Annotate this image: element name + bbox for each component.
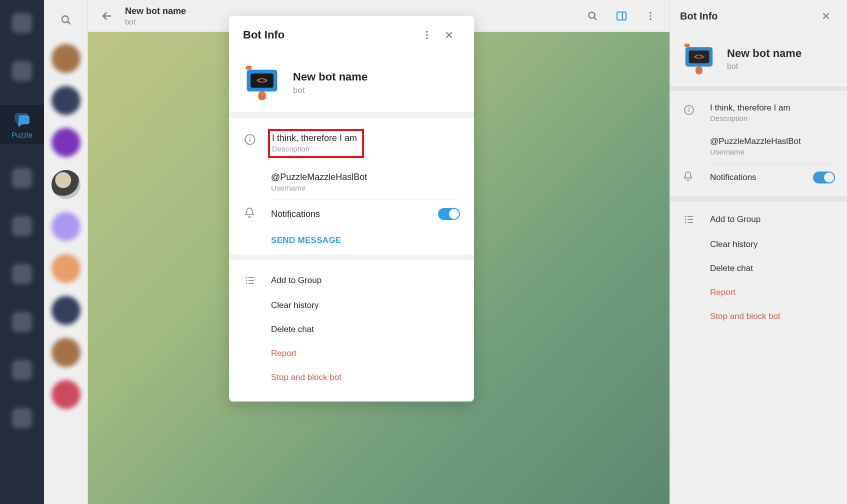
- clear-history-button[interactable]: Clear history: [682, 232, 835, 256]
- stop-block-button[interactable]: Stop and block bot: [682, 304, 835, 328]
- action-label: Stop and block bot: [271, 372, 342, 382]
- action-label: Delete chat: [271, 324, 314, 334]
- modal-notifications-row[interactable]: Notifications: [243, 200, 460, 228]
- bot-avatar: [682, 42, 716, 76]
- modal-delete-chat-button[interactable]: Delete chat: [243, 318, 460, 342]
- close-icon: [820, 10, 832, 22]
- modal-username-label: Username: [271, 184, 367, 192]
- bot-info-modal: Bot Info New bot name bot I think, there…: [229, 16, 474, 402]
- rail-item-puzzle[interactable]: Puzzle: [0, 105, 44, 144]
- notifications-row[interactable]: Notifications: [682, 164, 835, 192]
- chat-subtitle: bot: [125, 18, 186, 26]
- side-panel-actions: Add to Group Clear history Delete chat R…: [670, 202, 847, 340]
- action-label: Clear history: [271, 300, 318, 310]
- bot-avatar: [243, 64, 281, 102]
- modal-notifications-toggle[interactable]: [438, 208, 460, 220]
- side-panel-close-button[interactable]: [815, 5, 837, 27]
- info-icon: [683, 104, 695, 116]
- chat-avatar[interactable]: [52, 170, 80, 199]
- back-icon: [101, 10, 113, 22]
- chat-title: New bot name: [125, 6, 186, 16]
- modal-header: Bot Info: [229, 16, 474, 54]
- bot-name: New bot name: [727, 47, 802, 60]
- action-label: Delete chat: [710, 264, 753, 274]
- search-icon: [586, 10, 598, 22]
- username-label: Username: [710, 148, 801, 156]
- modal-description-row: I think, therefore I am Description: [243, 125, 460, 165]
- report-button[interactable]: Report: [682, 280, 835, 304]
- chat-avatar[interactable]: [52, 380, 80, 409]
- rail-item[interactable]: [8, 404, 36, 432]
- modal-more-button[interactable]: [416, 24, 438, 46]
- chat-more-button[interactable]: [640, 5, 662, 27]
- modal-stop-block-button[interactable]: Stop and block bot: [243, 366, 460, 390]
- action-label: Stop and block bot: [710, 312, 780, 322]
- sidepanel-icon: [616, 10, 628, 22]
- info-icon: [244, 133, 256, 146]
- modal-add-to-group-button[interactable]: Add to Group: [243, 268, 460, 294]
- rail-label: Puzzle: [12, 131, 32, 139]
- modal-notifications-label: Notifications: [271, 209, 320, 220]
- chat-avatar[interactable]: [52, 338, 80, 367]
- chat-avatar[interactable]: [52, 254, 80, 283]
- side-panel-header: Bot Info: [670, 0, 847, 32]
- delete-chat-button[interactable]: Delete chat: [682, 256, 835, 280]
- modal-profile: New bot name bot: [243, 64, 460, 102]
- send-message-button[interactable]: SEND MESSAGE: [243, 228, 460, 246]
- chat-avatar[interactable]: [52, 44, 80, 73]
- modal-username-value: @PuzzleMazzleHaslBot: [271, 172, 367, 182]
- more-icon: [645, 10, 656, 22]
- side-panel-title: Bot Info: [680, 10, 718, 22]
- notifications-label: Notifications: [710, 172, 799, 182]
- description-row: I think, therefore I am Description: [682, 96, 835, 130]
- rail-item[interactable]: [8, 308, 36, 336]
- action-label: Report: [710, 288, 736, 298]
- back-button[interactable]: [96, 5, 118, 27]
- modal-title: Bot Info: [243, 28, 284, 42]
- chat-avatar[interactable]: [52, 212, 80, 241]
- add-to-group-button[interactable]: Add to Group: [682, 206, 835, 232]
- rail-item[interactable]: [8, 164, 36, 192]
- chat-icon: [13, 110, 31, 128]
- rail-item[interactable]: [8, 356, 36, 384]
- list-icon: [244, 274, 256, 286]
- description-label: Description: [710, 114, 790, 122]
- send-message-label: SEND MESSAGE: [271, 236, 342, 245]
- description-value: I think, therefore I am: [710, 103, 790, 113]
- bell-icon: [682, 170, 694, 182]
- modal-username-row[interactable]: @PuzzleMazzleHaslBot Username: [243, 165, 460, 199]
- modal-bot-name: New bot name: [293, 70, 368, 84]
- rail-item[interactable]: [8, 57, 36, 85]
- chat-avatar[interactable]: [52, 86, 80, 115]
- chat-avatar[interactable]: [52, 296, 80, 325]
- chat-list: [44, 0, 88, 504]
- close-icon: [444, 30, 454, 40]
- modal-clear-history-button[interactable]: Clear history: [243, 294, 460, 318]
- toggle-sidepanel-button[interactable]: [610, 5, 632, 27]
- rail-item[interactable]: [8, 212, 36, 240]
- username-row[interactable]: @PuzzleMazzleHaslBot Username: [682, 130, 835, 163]
- action-label: Report: [271, 348, 296, 358]
- more-icon: [422, 30, 432, 40]
- modal-report-button[interactable]: Report: [243, 342, 460, 366]
- bot-subtitle: bot: [727, 62, 802, 71]
- chat-search-button[interactable]: [582, 5, 604, 27]
- chat-avatar[interactable]: [52, 128, 80, 157]
- action-label: Add to Group: [710, 214, 760, 224]
- modal-description-label: Description: [272, 144, 357, 153]
- modal-description-value: I think, therefore I am: [272, 133, 357, 144]
- app-rail: Puzzle: [0, 0, 44, 504]
- notifications-toggle[interactable]: [813, 172, 835, 184]
- rail-item[interactable]: [8, 9, 36, 37]
- bell-icon: [243, 206, 256, 220]
- modal-close-button[interactable]: [438, 24, 460, 46]
- highlight-annotation: I think, therefore I am Description: [268, 129, 364, 158]
- search-button[interactable]: [55, 9, 77, 31]
- side-panel: Bot Info New bot name bot I think, there…: [670, 0, 847, 504]
- list-icon: [683, 214, 695, 226]
- search-icon: [60, 14, 72, 26]
- modal-actions: Add to Group Clear history Delete chat R…: [229, 260, 474, 402]
- action-label: Clear history: [710, 240, 758, 250]
- rail-item[interactable]: [8, 260, 36, 288]
- modal-bot-subtitle: bot: [293, 86, 368, 96]
